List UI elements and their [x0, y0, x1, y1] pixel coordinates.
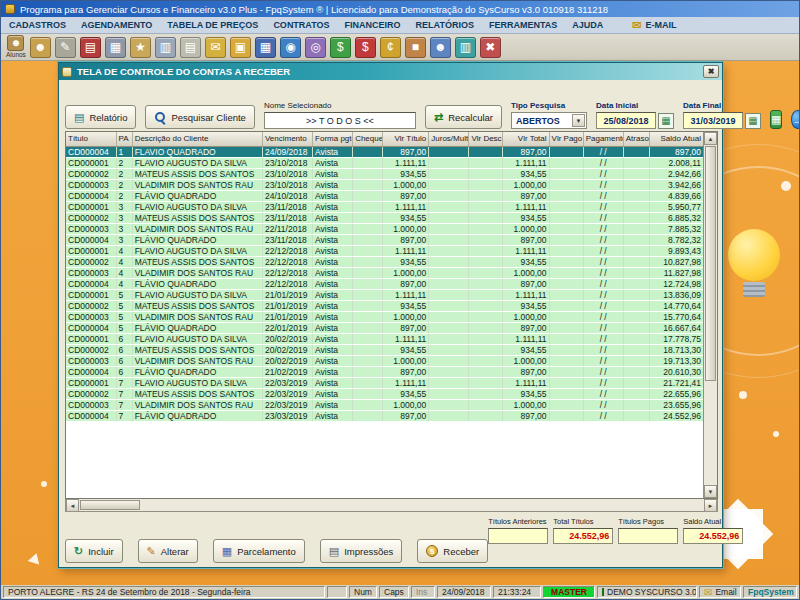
table-row[interactable]: CD0000022MATEUS ASSIS DOS SANTOS23/10/20… [66, 168, 704, 179]
column-header[interactable]: Saldo Atual [649, 132, 703, 146]
end-date-value: 31/03/2019 [690, 116, 735, 126]
column-header[interactable]: Vlr Total [503, 132, 549, 146]
window-titlebar[interactable]: Programa para Gerenciar Cursos e Finance… [1, 1, 799, 17]
table-cell [353, 256, 383, 267]
edit-button[interactable]: ✎ Alterar [138, 539, 198, 563]
table-row[interactable]: CD0000025MATEUS ASSIS DOS SANTOS21/01/20… [66, 300, 704, 311]
table-row[interactable]: CD0000017FLAVIO AUGUSTO DA SILVA22/03/20… [66, 377, 704, 388]
students-toolbar-button[interactable]: ☻Alunos [6, 35, 26, 59]
column-header[interactable]: Pagamento [583, 132, 623, 146]
column-header[interactable]: Título [66, 132, 116, 146]
calculator-toolbar-button[interactable]: ▦ [255, 37, 276, 58]
table-row[interactable]: CD0000046FLÁVIO QUADRADO21/02/2019Avista… [66, 366, 704, 377]
column-header[interactable]: Forma pgto [313, 132, 353, 146]
table-row[interactable]: CD0000037VLADIMIR DOS SANTOS RAU22/03/20… [66, 399, 704, 410]
table-row[interactable]: CD0000012FLAVIO AUGUSTO DA SILVA23/10/20… [66, 157, 704, 168]
start-date-field[interactable]: 25/08/2018 [596, 112, 656, 129]
column-header[interactable]: Vlr Título [383, 132, 429, 146]
selected-name-input[interactable] [264, 112, 416, 129]
receive-button[interactable]: $ Receber [417, 539, 488, 563]
column-header[interactable]: Vlr Pago [549, 132, 583, 146]
print-button[interactable]: ▤ Impressões [320, 539, 403, 563]
recalculate-button[interactable]: ⇄ Recalcular [425, 105, 502, 129]
column-header[interactable]: Cheque [353, 132, 383, 146]
schedule-calendar-toolbar-button[interactable]: ▦ [105, 37, 126, 58]
exit-toolbar-button[interactable]: ✖ [480, 37, 501, 58]
table-row[interactable]: CD0000015FLAVIO AUGUSTO DA SILVA21/01/20… [66, 289, 704, 300]
scroll-up-icon[interactable]: ▲ [704, 132, 717, 145]
status-email[interactable]: ✉ Email [699, 586, 741, 598]
money-in-toolbar-button[interactable]: $ [330, 37, 351, 58]
vertical-scroll-thumb[interactable] [705, 146, 716, 381]
menu-tabela-de-precos[interactable]: TABELA DE PREÇOS [167, 20, 258, 30]
export-excel-button[interactable]: ▦ [770, 110, 782, 129]
courses-book-toolbar-button[interactable]: ▤ [80, 37, 101, 58]
dialog-titlebar[interactable]: TELA DE CONTROLE DO CONTAS A RECEBER ✖ [59, 63, 722, 80]
table-row[interactable]: CD0000045FLÁVIO QUADRADO22/01/2019Avista… [66, 322, 704, 333]
end-date-field[interactable]: 31/03/2019 [683, 112, 743, 129]
certificate-toolbar-button[interactable]: ★ [130, 37, 151, 58]
table-row[interactable]: CD0000047FLÁVIO QUADRADO23/03/2019Avista… [66, 410, 704, 421]
menu-email[interactable]: ✉ E-MAIL [632, 19, 676, 32]
column-header[interactable]: Descrição do Cliente [132, 132, 262, 146]
table-row[interactable]: CD0000043FLÁVIO QUADRADO23/11/2018Avista… [66, 234, 704, 245]
scroll-right-icon[interactable]: ► [704, 499, 717, 512]
folder-toolbar-button[interactable]: ▣ [230, 37, 251, 58]
reports-chart-toolbar-button[interactable]: ▥ [455, 37, 476, 58]
go-button[interactable]: → [791, 110, 800, 129]
document-toolbar-button[interactable]: ▤ [180, 37, 201, 58]
search-type-select[interactable]: ABERTOS ▼ [511, 112, 587, 129]
table-row[interactable]: CD0000044FLÁVIO QUADRADO22/12/2018Avista… [66, 278, 704, 289]
table-row[interactable]: CD0000024MATEUS ASSIS DOS SANTOS22/12/20… [66, 256, 704, 267]
table-row[interactable]: CD0000042FLÁVIO QUADRADO24/10/2018Avista… [66, 190, 704, 201]
installments-button[interactable]: ▦ Parcelamento [213, 539, 305, 563]
include-button[interactable]: ↻ Incluir [65, 539, 123, 563]
mail-toolbar-button[interactable]: ✉ [205, 37, 226, 58]
table-row[interactable]: CD0000032VLADIMIR DOS SANTOS RAU23/10/20… [66, 179, 704, 190]
search-client-button[interactable]: Pesquisar Cliente [145, 105, 254, 129]
table-row[interactable]: CD0000027MATEUS ASSIS DOS SANTOS22/03/20… [66, 388, 704, 399]
menu-financeiro[interactable]: FINANCEIRO [345, 20, 401, 30]
scroll-left-icon[interactable]: ◄ [66, 499, 79, 512]
combo-dropdown-icon[interactable]: ▼ [572, 114, 585, 127]
table-row[interactable]: CD0000041FLAVIO QUADRADO24/09/2018Avista… [66, 146, 704, 157]
column-header[interactable]: Vlr Desc. [469, 132, 503, 146]
menu-contratos[interactable]: CONTRATOS [273, 20, 329, 30]
horizontal-scrollbar[interactable]: ◄ ► [65, 499, 718, 512]
internet-globe-toolbar-button[interactable]: ◉ [280, 37, 301, 58]
table-row[interactable]: CD0000036VLADIMIR DOS SANTOS RAU20/02/20… [66, 355, 704, 366]
notes-toolbar-button[interactable]: ✎ [55, 37, 76, 58]
menu-ajuda[interactable]: AJUDA [572, 20, 603, 30]
column-header[interactable]: Vencimento [262, 132, 312, 146]
column-header[interactable]: Atraso [623, 132, 649, 146]
contracts-toolbar-button[interactable]: ▥ [155, 37, 176, 58]
table-row[interactable]: CD0000016FLAVIO AUGUSTO DA SILVA20/02/20… [66, 333, 704, 344]
coins-toolbar-button[interactable]: ¢ [380, 37, 401, 58]
vertical-scrollbar[interactable]: ▲ ▼ [703, 132, 717, 498]
column-header[interactable]: Juros/Multa [429, 132, 469, 146]
table-row[interactable]: CD0000013FLAVIO AUGUSTO DA SILVA23/11/20… [66, 201, 704, 212]
menu-cadastros[interactable]: CADASTROS [9, 20, 66, 30]
people-group-toolbar-button[interactable]: ☻ [430, 37, 451, 58]
menu-relatorios[interactable]: RELATÓRIOS [416, 20, 474, 30]
end-date-calendar-button[interactable]: ▦ [745, 113, 761, 129]
start-date-calendar-button[interactable]: ▦ [658, 113, 674, 129]
student-card-toolbar-button[interactable]: ☻ [30, 37, 51, 58]
table-row[interactable]: CD0000033VLADIMIR DOS SANTOS RAU22/11/20… [66, 223, 704, 234]
money-out-toolbar-button[interactable]: $ [355, 37, 376, 58]
table-row[interactable]: CD0000035VLADIMIR DOS SANTOS RAU21/01/20… [66, 311, 704, 322]
dialog-close-button[interactable]: ✖ [703, 65, 719, 78]
table-row[interactable]: CD0000014FLAVIO AUGUSTO DA SILVA22/12/20… [66, 245, 704, 256]
table-cell [549, 234, 583, 245]
table-row[interactable]: CD0000026MATEUS ASSIS DOS SANTOS20/02/20… [66, 344, 704, 355]
report-button[interactable]: ▤ Relatório [65, 105, 136, 129]
scroll-down-icon[interactable]: ▼ [704, 485, 717, 498]
backup-discs-toolbar-button[interactable]: ◎ [305, 37, 326, 58]
inventory-box-toolbar-button[interactable]: ■ [405, 37, 426, 58]
menu-ferramentas[interactable]: FERRAMENTAS [489, 20, 557, 30]
table-row[interactable]: CD0000034VLADIMIR DOS SANTOS RAU22/12/20… [66, 267, 704, 278]
column-header[interactable]: PA [116, 132, 132, 146]
table-row[interactable]: CD0000023MATEUS ASSIS DOS SANTOS23/11/20… [66, 212, 704, 223]
menu-agendamento[interactable]: AGENDAMENTO [81, 20, 152, 30]
horizontal-scroll-thumb[interactable] [80, 500, 140, 510]
